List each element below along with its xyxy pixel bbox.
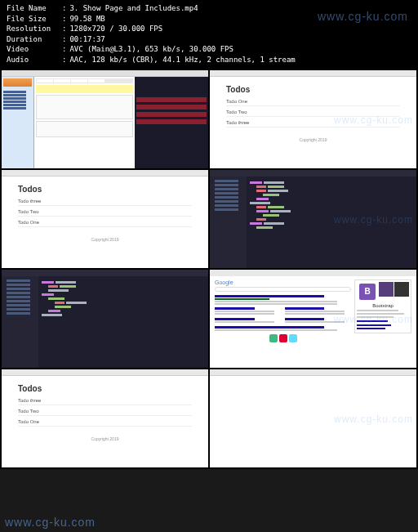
search-input [215,287,351,292]
audio-label: Audio [7,55,62,65]
vue-icon [269,334,278,342]
browser-bar [210,70,416,77]
todo-item: Todo three [18,398,192,405]
pma-console [135,77,208,168]
pma-sidebar [2,77,34,168]
todos-title: Todos [226,85,400,94]
browser-bar [210,270,416,276]
file-tree [210,177,247,268]
bootstrap-title: Bootstrap [357,303,409,308]
todos-title: Todos [18,185,192,194]
watermark: www.cg-ku.com [334,214,413,226]
todos-footer: Copyright 2019 [226,137,400,142]
thumbnail-grid: Todos Todo One Todo Two Todo three Copyr… [0,69,418,469]
watermark: www.cg-ku.com [334,314,413,325]
todo-item: Todo Two [18,209,192,217]
angular-icon [279,334,287,342]
audio-value: AAC, 128 kb/s (CBR), 44.1 kHz, 2 channel… [69,55,295,65]
browser-bar [2,70,208,77]
resolution-label: Resolution [7,24,62,34]
browser-bar [2,369,208,376]
editor-tabs [2,270,208,276]
duration-label: Duration [7,34,62,45]
editor-tabs [210,170,416,177]
google-logo: Google [215,279,351,285]
file-tree [2,276,38,368]
pma-content [34,77,135,168]
filesize-label: File Size [7,14,62,25]
bootstrap-logo: B [359,284,376,300]
react-icon [289,334,297,342]
pma-logo [3,78,32,87]
watermark: www.cg-ku.com [334,414,413,425]
video-value: AVC (Main@L3.1), 653 kb/s, 30.000 FPS [69,44,233,55]
todos-footer: Copyright 2019 [18,436,192,441]
thumbnail-8-blank: www.cg-ku.com [210,369,416,467]
resolution-value: 1280x720 / 30.000 FPS [69,24,162,34]
todo-item: Todo One [18,419,192,427]
todo-item: Todo three [18,199,192,206]
search-results: Google [215,279,351,342]
thumbnail-4-editor: www.cg-ku.com [210,170,416,268]
browser-bar [2,170,208,177]
watermark: www.cg-ku.com [334,114,413,126]
video-label: Video [7,44,62,55]
thumbnail-7-todos: Todos Todo three Todo Two Todo One Copyr… [2,369,208,467]
thumbnail-5-editor [2,270,208,368]
todo-item: Todo One [226,99,400,106]
thumbnail-6-google: Google [210,270,416,368]
todos-footer: Copyright 2019 [18,237,192,242]
filename-value: 3. Show Page and Includes.mp4 [69,3,198,14]
thumbnail-2-todos: Todos Todo One Todo Two Todo three Copyr… [210,70,416,168]
todo-item: Todo Two [18,409,192,416]
todo-item: Todo One [18,220,192,227]
filesize-value: 99.58 MB [69,14,104,25]
thumbnail-3-todos: Todos Todo three Todo Two Todo One Copyr… [2,170,208,268]
duration-value: 00:17:37 [69,34,104,45]
thumbnail-1-phpmyadmin [2,70,208,168]
watermark-top: www.cg-ku.com [318,10,408,23]
knowledge-panel: B Bootstrap [354,279,411,342]
code-area [38,276,208,368]
browser-bar [210,369,416,376]
watermark-bottom: www.cg-ku.com [5,516,96,529]
filename-label: File Name [7,3,62,14]
todos-title: Todos [18,384,192,393]
